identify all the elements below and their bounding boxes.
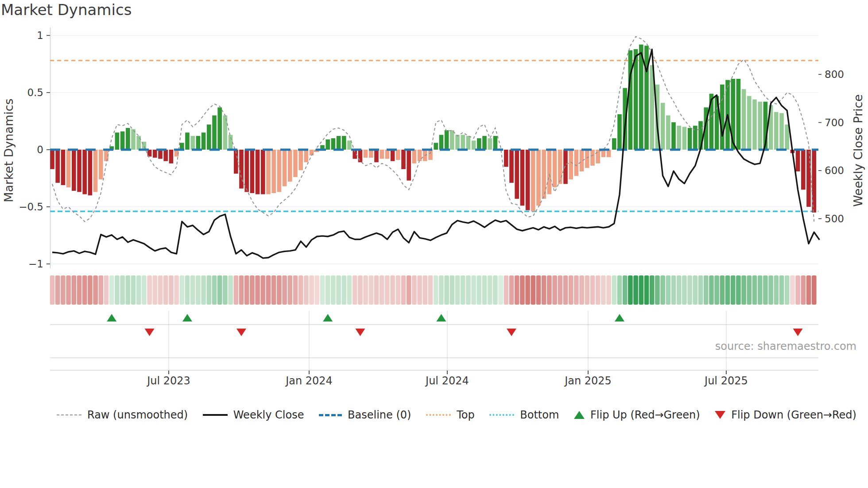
heatmap-strip	[50, 275, 817, 305]
legend-label: Raw (unsmoothed)	[87, 409, 188, 421]
chart-canvas: Market Dynamics Market Dynamics Weekly C…	[0, 0, 868, 488]
svg-text:Jul 2023: Jul 2023	[146, 375, 190, 387]
legend-item-flip-up: Flip Up (Red→Green)	[574, 409, 700, 421]
svg-text:1: 1	[37, 30, 43, 41]
legend-item-bottom: Bottom	[489, 409, 559, 421]
svg-text:0.5: 0.5	[27, 87, 43, 98]
svg-text:Jul 2025: Jul 2025	[704, 375, 748, 387]
svg-text:Jan 2024: Jan 2024	[285, 375, 333, 387]
legend-item-top: Top	[426, 409, 475, 421]
legend-item-weekly-close: Weekly Close	[203, 409, 304, 421]
legend-item-flip-down: Flip Down (Green→Red)	[715, 409, 856, 421]
legend-item-raw: Raw (unsmoothed)	[57, 409, 188, 421]
legend-label: Baseline (0)	[348, 409, 411, 421]
legend-label: Top	[457, 409, 475, 421]
flip-up-markers	[107, 314, 624, 321]
left-axis-ticks: 10.50−0.5−1	[19, 30, 50, 270]
flip-down-markers	[145, 329, 803, 336]
svg-text:500: 500	[825, 213, 844, 225]
svg-text:−0.5: −0.5	[19, 201, 43, 213]
source-text: source: sharemaestro.com	[715, 340, 856, 352]
svg-text:800: 800	[825, 69, 844, 80]
flip-down-triangle-icon	[715, 411, 725, 419]
flip-up-triangle-icon	[574, 411, 585, 419]
legend: Raw (unsmoothed) Weekly Close Baseline (…	[57, 405, 856, 425]
svg-text:600: 600	[825, 165, 844, 176]
svg-text:Jul 2024: Jul 2024	[425, 375, 469, 387]
right-axis-ticks: 800700600500	[818, 69, 844, 225]
x-axis-tick-labels: Jul 2023Jan 2024Jul 2024Jan 2025Jul 2025	[146, 375, 748, 387]
oscillator-bars	[50, 45, 816, 213]
weekly-close-swatch	[203, 414, 228, 416]
top-line-swatch	[426, 414, 451, 416]
marker-panel	[50, 311, 818, 374]
legend-item-baseline: Baseline (0)	[319, 409, 411, 421]
legend-label: Bottom	[520, 409, 559, 421]
raw-line-swatch	[57, 414, 81, 415]
svg-text:Jan 2025: Jan 2025	[564, 375, 612, 387]
baseline-swatch	[319, 414, 342, 416]
svg-text:−1: −1	[28, 258, 43, 270]
bottom-line-swatch	[489, 414, 514, 416]
legend-label: Flip Down (Green→Red)	[731, 409, 856, 421]
legend-label: Flip Up (Red→Green)	[590, 409, 700, 421]
svg-text:700: 700	[825, 117, 844, 128]
legend-label: Weekly Close	[233, 409, 304, 421]
svg-text:0: 0	[37, 144, 43, 155]
